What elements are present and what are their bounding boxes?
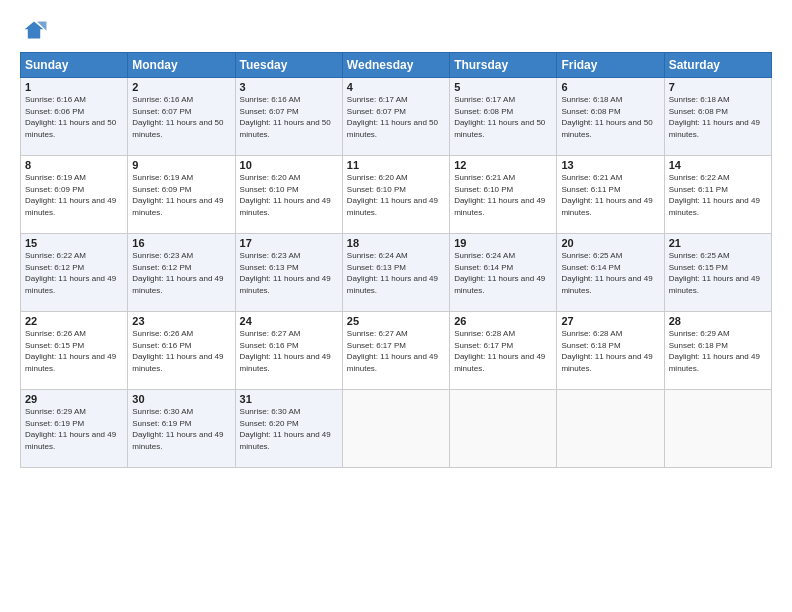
day-number: 3	[240, 81, 338, 93]
day-info: Sunrise: 6:29 AMSunset: 6:19 PMDaylight:…	[25, 407, 116, 451]
calendar-day-cell: 2 Sunrise: 6:16 AMSunset: 6:07 PMDayligh…	[128, 78, 235, 156]
logo	[20, 18, 52, 42]
calendar-day-cell: 28 Sunrise: 6:29 AMSunset: 6:18 PMDaylig…	[664, 312, 771, 390]
day-number: 24	[240, 315, 338, 327]
day-number: 28	[669, 315, 767, 327]
day-number: 11	[347, 159, 445, 171]
day-number: 20	[561, 237, 659, 249]
day-info: Sunrise: 6:18 AMSunset: 6:08 PMDaylight:…	[669, 95, 760, 139]
day-info: Sunrise: 6:24 AMSunset: 6:14 PMDaylight:…	[454, 251, 545, 295]
calendar-day-cell: 9 Sunrise: 6:19 AMSunset: 6:09 PMDayligh…	[128, 156, 235, 234]
calendar-week-row: 22 Sunrise: 6:26 AMSunset: 6:15 PMDaylig…	[21, 312, 772, 390]
day-info: Sunrise: 6:16 AMSunset: 6:07 PMDaylight:…	[132, 95, 223, 139]
calendar-day-cell: 3 Sunrise: 6:16 AMSunset: 6:07 PMDayligh…	[235, 78, 342, 156]
day-number: 27	[561, 315, 659, 327]
day-number: 18	[347, 237, 445, 249]
day-number: 31	[240, 393, 338, 405]
day-info: Sunrise: 6:18 AMSunset: 6:08 PMDaylight:…	[561, 95, 652, 139]
weekday-header-cell: Monday	[128, 53, 235, 78]
calendar-day-cell	[342, 390, 449, 468]
day-info: Sunrise: 6:22 AMSunset: 6:12 PMDaylight:…	[25, 251, 116, 295]
day-number: 12	[454, 159, 552, 171]
weekday-header-cell: Wednesday	[342, 53, 449, 78]
day-info: Sunrise: 6:22 AMSunset: 6:11 PMDaylight:…	[669, 173, 760, 217]
calendar-day-cell: 19 Sunrise: 6:24 AMSunset: 6:14 PMDaylig…	[450, 234, 557, 312]
day-number: 6	[561, 81, 659, 93]
day-number: 26	[454, 315, 552, 327]
day-number: 29	[25, 393, 123, 405]
day-info: Sunrise: 6:26 AMSunset: 6:15 PMDaylight:…	[25, 329, 116, 373]
calendar-week-row: 1 Sunrise: 6:16 AMSunset: 6:06 PMDayligh…	[21, 78, 772, 156]
calendar-day-cell: 4 Sunrise: 6:17 AMSunset: 6:07 PMDayligh…	[342, 78, 449, 156]
calendar-week-row: 8 Sunrise: 6:19 AMSunset: 6:09 PMDayligh…	[21, 156, 772, 234]
calendar-day-cell: 1 Sunrise: 6:16 AMSunset: 6:06 PMDayligh…	[21, 78, 128, 156]
day-info: Sunrise: 6:28 AMSunset: 6:18 PMDaylight:…	[561, 329, 652, 373]
calendar-day-cell: 5 Sunrise: 6:17 AMSunset: 6:08 PMDayligh…	[450, 78, 557, 156]
calendar-body: 1 Sunrise: 6:16 AMSunset: 6:06 PMDayligh…	[21, 78, 772, 468]
logo-icon	[20, 18, 48, 42]
day-info: Sunrise: 6:21 AMSunset: 6:10 PMDaylight:…	[454, 173, 545, 217]
day-info: Sunrise: 6:30 AMSunset: 6:20 PMDaylight:…	[240, 407, 331, 451]
weekday-header-cell: Friday	[557, 53, 664, 78]
day-info: Sunrise: 6:25 AMSunset: 6:14 PMDaylight:…	[561, 251, 652, 295]
calendar-day-cell: 12 Sunrise: 6:21 AMSunset: 6:10 PMDaylig…	[450, 156, 557, 234]
calendar-day-cell: 16 Sunrise: 6:23 AMSunset: 6:12 PMDaylig…	[128, 234, 235, 312]
calendar-day-cell	[557, 390, 664, 468]
day-number: 7	[669, 81, 767, 93]
day-number: 21	[669, 237, 767, 249]
calendar-day-cell: 6 Sunrise: 6:18 AMSunset: 6:08 PMDayligh…	[557, 78, 664, 156]
day-info: Sunrise: 6:21 AMSunset: 6:11 PMDaylight:…	[561, 173, 652, 217]
calendar-day-cell: 24 Sunrise: 6:27 AMSunset: 6:16 PMDaylig…	[235, 312, 342, 390]
day-info: Sunrise: 6:24 AMSunset: 6:13 PMDaylight:…	[347, 251, 438, 295]
day-info: Sunrise: 6:20 AMSunset: 6:10 PMDaylight:…	[240, 173, 331, 217]
day-info: Sunrise: 6:17 AMSunset: 6:08 PMDaylight:…	[454, 95, 545, 139]
calendar-day-cell: 30 Sunrise: 6:30 AMSunset: 6:19 PMDaylig…	[128, 390, 235, 468]
day-number: 22	[25, 315, 123, 327]
calendar-day-cell: 25 Sunrise: 6:27 AMSunset: 6:17 PMDaylig…	[342, 312, 449, 390]
day-number: 13	[561, 159, 659, 171]
day-info: Sunrise: 6:16 AMSunset: 6:06 PMDaylight:…	[25, 95, 116, 139]
day-info: Sunrise: 6:20 AMSunset: 6:10 PMDaylight:…	[347, 173, 438, 217]
calendar-day-cell: 10 Sunrise: 6:20 AMSunset: 6:10 PMDaylig…	[235, 156, 342, 234]
day-info: Sunrise: 6:28 AMSunset: 6:17 PMDaylight:…	[454, 329, 545, 373]
calendar-day-cell	[664, 390, 771, 468]
calendar-day-cell: 29 Sunrise: 6:29 AMSunset: 6:19 PMDaylig…	[21, 390, 128, 468]
day-number: 5	[454, 81, 552, 93]
calendar-day-cell: 17 Sunrise: 6:23 AMSunset: 6:13 PMDaylig…	[235, 234, 342, 312]
calendar-day-cell: 18 Sunrise: 6:24 AMSunset: 6:13 PMDaylig…	[342, 234, 449, 312]
day-number: 14	[669, 159, 767, 171]
day-number: 16	[132, 237, 230, 249]
day-info: Sunrise: 6:19 AMSunset: 6:09 PMDaylight:…	[132, 173, 223, 217]
calendar-week-row: 15 Sunrise: 6:22 AMSunset: 6:12 PMDaylig…	[21, 234, 772, 312]
day-number: 25	[347, 315, 445, 327]
day-number: 23	[132, 315, 230, 327]
day-number: 9	[132, 159, 230, 171]
day-number: 10	[240, 159, 338, 171]
header	[20, 18, 772, 42]
weekday-header-row: SundayMondayTuesdayWednesdayThursdayFrid…	[21, 53, 772, 78]
day-number: 15	[25, 237, 123, 249]
day-number: 2	[132, 81, 230, 93]
calendar-day-cell	[450, 390, 557, 468]
calendar-day-cell: 14 Sunrise: 6:22 AMSunset: 6:11 PMDaylig…	[664, 156, 771, 234]
calendar-day-cell: 20 Sunrise: 6:25 AMSunset: 6:14 PMDaylig…	[557, 234, 664, 312]
calendar-day-cell: 7 Sunrise: 6:18 AMSunset: 6:08 PMDayligh…	[664, 78, 771, 156]
day-info: Sunrise: 6:26 AMSunset: 6:16 PMDaylight:…	[132, 329, 223, 373]
day-info: Sunrise: 6:29 AMSunset: 6:18 PMDaylight:…	[669, 329, 760, 373]
calendar-day-cell: 13 Sunrise: 6:21 AMSunset: 6:11 PMDaylig…	[557, 156, 664, 234]
weekday-header-cell: Saturday	[664, 53, 771, 78]
day-info: Sunrise: 6:23 AMSunset: 6:12 PMDaylight:…	[132, 251, 223, 295]
calendar-week-row: 29 Sunrise: 6:29 AMSunset: 6:19 PMDaylig…	[21, 390, 772, 468]
day-number: 4	[347, 81, 445, 93]
weekday-header-cell: Thursday	[450, 53, 557, 78]
weekday-header-cell: Tuesday	[235, 53, 342, 78]
day-number: 19	[454, 237, 552, 249]
calendar-day-cell: 11 Sunrise: 6:20 AMSunset: 6:10 PMDaylig…	[342, 156, 449, 234]
day-info: Sunrise: 6:27 AMSunset: 6:16 PMDaylight:…	[240, 329, 331, 373]
day-number: 8	[25, 159, 123, 171]
calendar-day-cell: 31 Sunrise: 6:30 AMSunset: 6:20 PMDaylig…	[235, 390, 342, 468]
calendar-day-cell: 27 Sunrise: 6:28 AMSunset: 6:18 PMDaylig…	[557, 312, 664, 390]
calendar-day-cell: 23 Sunrise: 6:26 AMSunset: 6:16 PMDaylig…	[128, 312, 235, 390]
day-info: Sunrise: 6:30 AMSunset: 6:19 PMDaylight:…	[132, 407, 223, 451]
day-info: Sunrise: 6:19 AMSunset: 6:09 PMDaylight:…	[25, 173, 116, 217]
